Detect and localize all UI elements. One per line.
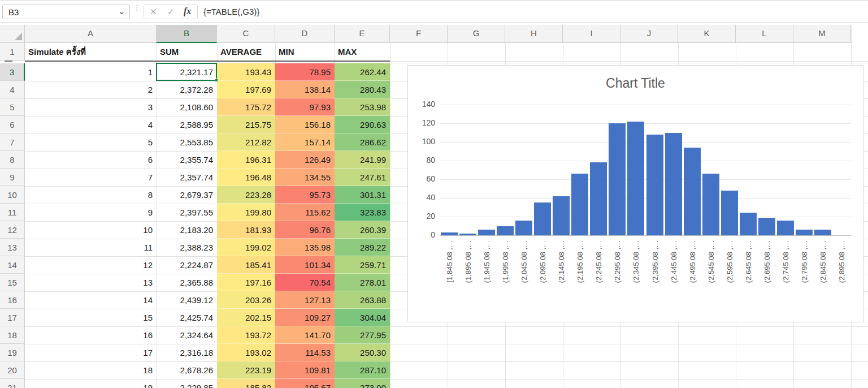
cell-A1[interactable]: Simulate ครั้งที่ [28,44,154,61]
row-header-17[interactable]: 17 [0,309,25,326]
row-header-1[interactable]: 1 [0,43,25,61]
row-header-7[interactable]: 7 [0,133,25,151]
cell-A18[interactable]: 16 [27,326,153,344]
chart-bar[interactable] [534,202,551,235]
chart-bar[interactable] [758,218,775,235]
cell-E8[interactable]: 241.99 [335,151,390,169]
cell-D6[interactable]: 156.18 [275,116,335,133]
cell-C19[interactable]: 193.02 [217,344,275,361]
cell-E20[interactable]: 287.10 [335,361,390,379]
row-header-14[interactable]: 14 [0,256,25,274]
chart-bar[interactable] [777,221,794,235]
row-header-11[interactable]: 11 [0,204,25,221]
chart-bar[interactable] [646,135,663,235]
cell-A12[interactable]: 10 [27,221,153,239]
cell-D3[interactable]: 78.95 [275,63,335,81]
cell-E6[interactable]: 290.63 [335,116,390,133]
column-header-J[interactable]: J [620,25,678,43]
chart-bar[interactable] [590,162,607,235]
chart-bar[interactable] [740,213,757,235]
row-header-4[interactable]: 4 [0,81,25,98]
selection-fill-handle[interactable] [215,79,218,82]
row-header-10[interactable]: 10 [0,186,25,204]
cell-B16[interactable]: 2,439.12 [159,291,213,309]
chart-bar[interactable] [665,133,682,236]
column-header-F[interactable]: F [390,25,448,43]
cell-D18[interactable]: 141.70 [275,326,335,344]
cell-B12[interactable]: 2,183.20 [159,221,213,239]
row-header-6[interactable]: 6 [0,116,25,133]
chart-bar[interactable] [721,191,738,235]
cell-C6[interactable]: 215.75 [217,116,275,133]
cell-C5[interactable]: 175.72 [217,98,275,116]
chart-title[interactable]: Chart Title [408,76,863,91]
cell-B21[interactable]: 2,229.85 [159,379,213,388]
cell-C16[interactable]: 203.26 [217,291,275,309]
cell-C4[interactable]: 197.69 [217,81,275,98]
cell-C7[interactable]: 212.82 [217,133,275,151]
cell-E9[interactable]: 247.61 [335,169,390,186]
row-header-19[interactable]: 19 [0,344,25,361]
cell-C17[interactable]: 202.15 [217,309,275,326]
cell-E1[interactable]: MAX [338,44,388,61]
cell-A19[interactable]: 17 [27,344,153,361]
cell-D20[interactable]: 109.81 [275,361,335,379]
cell-E12[interactable]: 260.39 [335,221,390,239]
cell-E15[interactable]: 278.01 [335,274,390,291]
cell-D16[interactable]: 127.13 [275,291,335,309]
column-header-A[interactable]: A [25,25,157,43]
cell-A4[interactable]: 2 [27,81,153,98]
select-all-button[interactable] [0,25,25,43]
cell-D19[interactable]: 114.53 [275,344,335,361]
cell-B6[interactable]: 2,588.95 [159,116,213,133]
chart-bar[interactable] [478,230,495,235]
cell-E21[interactable]: 273.00 [335,379,390,388]
row-header-8[interactable]: 8 [0,151,25,169]
cell-D4[interactable]: 138.14 [275,81,335,98]
cell-A7[interactable]: 5 [27,133,153,151]
column-header-H[interactable]: H [505,25,563,43]
chart-bar[interactable] [515,221,532,235]
column-header-K[interactable]: K [678,25,736,43]
cell-A11[interactable]: 9 [27,204,153,221]
row-header-9[interactable]: 9 [0,169,25,186]
cell-C3[interactable]: 193.43 [217,63,275,81]
cell-E4[interactable]: 280.43 [335,81,390,98]
cell-E14[interactable]: 259.71 [335,256,390,274]
cell-B19[interactable]: 2,316.18 [159,344,213,361]
embedded-chart[interactable]: Chart Title 020406080100120140[1,845.08 … [407,65,863,322]
column-header-G[interactable]: G [448,25,505,43]
cell-E11[interactable]: 323.83 [335,204,390,221]
cell-A3[interactable]: 1 [27,63,153,81]
cell-E7[interactable]: 286.62 [335,133,390,151]
row-header-5[interactable]: 5 [0,98,25,116]
cell-C15[interactable]: 197.16 [217,274,275,291]
cell-B11[interactable]: 2,397.55 [159,204,213,221]
cell-C1[interactable]: AVERAGE [220,44,273,61]
cell-D17[interactable]: 109.27 [275,309,335,326]
cell-B15[interactable]: 2,365.88 [159,274,213,291]
cell-C9[interactable]: 196.48 [217,169,275,186]
cell-B17[interactable]: 2,425.74 [159,309,213,326]
cell-A6[interactable]: 4 [27,116,153,133]
cell-B9[interactable]: 2,357.74 [159,169,213,186]
cell-B1[interactable]: SUM [160,44,215,61]
cell-A8[interactable]: 6 [27,151,153,169]
cell-C18[interactable]: 193.72 [217,326,275,344]
cell-A9[interactable]: 7 [27,169,153,186]
chart-bar[interactable] [684,148,701,235]
column-header-E[interactable]: E [335,25,390,43]
cell-E18[interactable]: 277.95 [335,326,390,344]
chart-bar[interactable] [497,226,514,236]
chart-bar[interactable] [553,196,570,235]
cell-D7[interactable]: 157.14 [275,133,335,151]
column-header-M[interactable]: M [793,25,851,43]
chart-bar[interactable] [571,174,588,235]
cell-E5[interactable]: 253.98 [335,98,390,116]
column-header-D[interactable]: D [275,25,335,43]
cell-A20[interactable]: 18 [27,361,153,379]
enter-icon[interactable]: ✓ [167,7,175,17]
cell-B13[interactable]: 2,388.23 [159,239,213,256]
cell-D15[interactable]: 70.54 [275,274,335,291]
cell-D5[interactable]: 97.93 [275,98,335,116]
